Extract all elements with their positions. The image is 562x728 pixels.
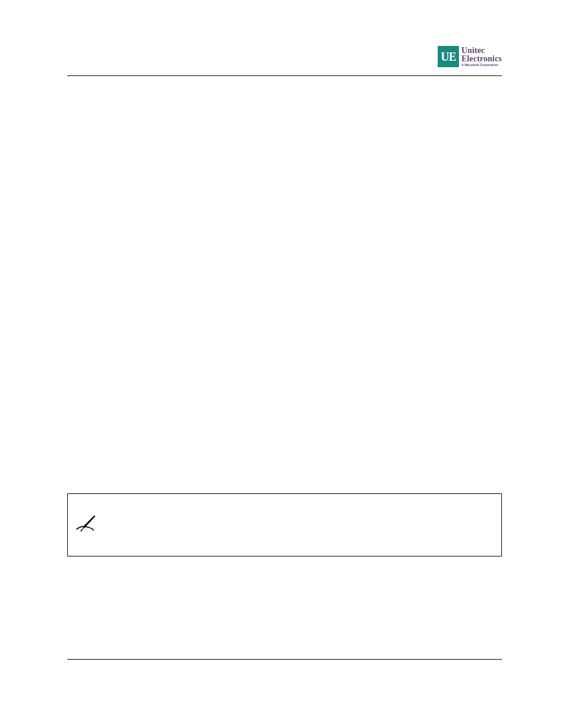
logo-word-top: Unitec [461, 47, 502, 55]
pen-writing-icon [75, 515, 97, 534]
footer-rule [67, 659, 502, 660]
document-page: UE Unitec Electronics A Maryland Corpora… [0, 0, 562, 728]
logo-word-bottom: Electronics [461, 55, 502, 63]
logo-tagline: A Maryland Corporation [461, 64, 502, 67]
logo-wordmark: Unitec Electronics A Maryland Corporatio… [461, 47, 502, 67]
header-rule [67, 75, 502, 76]
note-box [67, 493, 502, 556]
logo-square: UE [438, 46, 459, 67]
header-logo-block: UE Unitec Electronics A Maryland Corpora… [438, 46, 502, 67]
logo-square-text: UE [441, 50, 456, 64]
